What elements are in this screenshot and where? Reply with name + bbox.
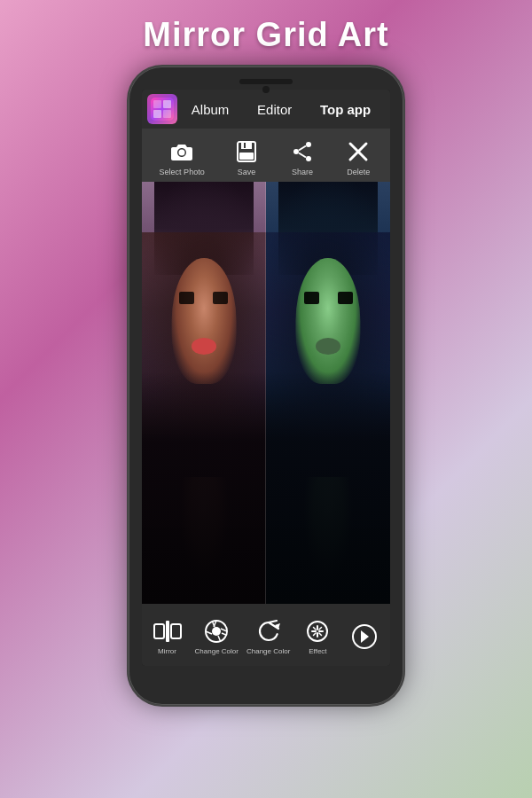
image-left [142,182,266,604]
change-color-2-label: Change Color [246,647,290,656]
svg-rect-1 [153,100,161,108]
svg-rect-3 [153,110,161,118]
svg-point-11 [293,149,299,154]
tab-top-app[interactable]: Top app [313,98,378,121]
next-button[interactable] [345,624,384,649]
select-photo-label: Select Photo [160,168,205,176]
nav-tabs: Album Editor Top app [177,98,385,121]
refresh-icon [253,617,285,645]
change-color-1-button[interactable]: Change Color [195,617,239,656]
effect-label: Effect [309,647,326,656]
image-area [142,182,390,604]
svg-line-13 [299,146,306,151]
svg-rect-9 [244,143,246,148]
page-title: Mirror Grid Art [143,16,389,54]
aperture-icon [200,617,232,645]
svg-line-14 [299,153,306,158]
share-button[interactable]: Share [281,136,324,178]
share-label: Share [292,168,313,176]
delete-button[interactable]: Delete [337,136,379,178]
share-icon [288,137,317,166]
app-icon [147,94,177,124]
camera-icon [168,137,196,166]
svg-line-37 [314,633,317,636]
svg-rect-4 [163,110,171,118]
next-arrow-icon [352,624,377,649]
svg-point-29 [308,622,327,641]
svg-point-12 [306,156,311,161]
svg-rect-7 [241,142,252,149]
select-photo-button[interactable]: Select Photo [153,136,212,178]
mirror-button[interactable]: Mirror [148,617,187,656]
phone-frame: Album Editor Top app Select Photo [129,66,403,705]
svg-rect-19 [171,624,181,638]
change-color-1-label: Change Color [195,647,239,656]
svg-rect-2 [163,100,171,108]
phone-speaker [239,79,293,84]
svg-rect-17 [166,621,169,642]
phone-camera [262,86,270,93]
sparkle-icon [301,617,333,645]
delete-label: Delete [347,168,370,176]
change-color-2-button[interactable]: Change Color [246,617,290,656]
save-icon [232,137,261,166]
tab-album[interactable]: Album [184,98,237,121]
svg-line-24 [218,636,221,641]
svg-point-10 [306,142,311,147]
svg-rect-18 [154,624,164,638]
svg-marker-38 [361,630,369,643]
svg-line-35 [319,633,322,636]
svg-point-21 [212,627,221,636]
svg-line-36 [319,628,322,630]
mirror-label: Mirror [158,647,176,656]
svg-point-5 [179,150,185,156]
nav-bar: Album Editor Top app [142,90,390,129]
mirror-icon [152,617,184,645]
save-button[interactable]: Save [225,136,268,178]
svg-line-34 [314,628,317,630]
toolbar: Select Photo Save [142,129,390,182]
phone-screen: Album Editor Top app Select Photo [142,90,390,666]
image-right [266,182,390,604]
bottom-toolbar: Mirror Change Color [142,604,390,666]
svg-rect-8 [239,153,254,160]
tab-editor[interactable]: Editor [250,98,299,121]
close-icon [344,137,372,166]
effect-button[interactable]: Effect [298,617,337,656]
save-label: Save [238,168,256,176]
